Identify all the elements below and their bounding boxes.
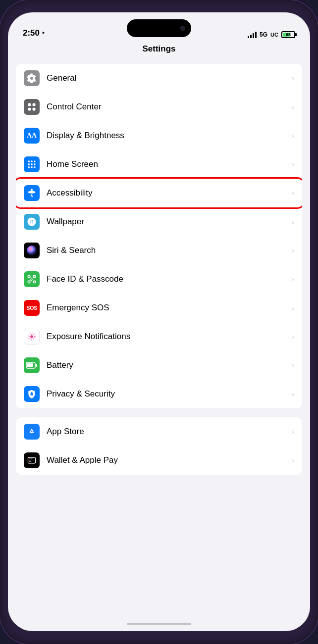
exposure-label: Exposure Notifications xyxy=(47,332,292,342)
svg-point-16 xyxy=(27,246,37,255)
settings-row-battery[interactable]: Battery › xyxy=(16,351,302,380)
faceid-icon xyxy=(24,271,40,287)
settings-row-sos[interactable]: SOS Emergency SOS › xyxy=(16,294,302,322)
settings-row-siri[interactable]: Siri & Search › xyxy=(16,236,302,265)
siri-icon xyxy=(24,243,40,258)
display-icon: AA xyxy=(24,128,40,144)
wallpaper-label: Wallpaper xyxy=(47,217,292,227)
svg-rect-10 xyxy=(28,166,30,168)
svg-rect-33 xyxy=(28,460,36,460)
privacy-chevron: › xyxy=(292,390,294,398)
appstore-icon xyxy=(24,424,40,440)
homescreen-chevron: › xyxy=(292,160,294,168)
svg-rect-12 xyxy=(34,166,35,168)
status-right: 5G UС 65 xyxy=(248,31,295,38)
signal-bar-2 xyxy=(250,35,252,38)
wallet-label: Wallet & Apple Pay xyxy=(47,455,292,465)
svg-rect-7 xyxy=(28,163,30,165)
sos-icon: SOS xyxy=(24,300,40,316)
sos-chevron: › xyxy=(292,304,294,312)
control-center-label: Control Center xyxy=(47,102,292,112)
general-icon xyxy=(24,70,40,86)
settings-row-exposure[interactable]: Exposure Notifications › xyxy=(16,322,302,351)
svg-rect-11 xyxy=(31,166,32,168)
faceid-chevron: › xyxy=(292,275,294,283)
battery-icon xyxy=(24,357,40,373)
svg-rect-29 xyxy=(36,364,37,367)
5g-uc-badge: UС xyxy=(270,32,278,38)
sos-label: Emergency SOS xyxy=(47,303,292,313)
settings-row-homescreen[interactable]: Home Screen › xyxy=(16,150,302,179)
appstore-label: App Store xyxy=(47,427,292,437)
homescreen-label: Home Screen xyxy=(47,159,292,169)
siri-label: Siri & Search xyxy=(47,246,292,255)
privacy-label: Privacy & Security xyxy=(47,389,292,399)
svg-rect-8 xyxy=(31,163,32,165)
wallpaper-chevron: › xyxy=(292,218,294,226)
dynamic-island xyxy=(127,19,191,37)
battery-percent: 65 xyxy=(286,32,291,37)
svg-rect-5 xyxy=(31,161,32,162)
svg-rect-28 xyxy=(27,363,33,367)
wallet-chevron: › xyxy=(292,456,294,464)
settings-row-display[interactable]: AA Display & Brightness › xyxy=(16,121,302,150)
location-arrow-icon: ‣ xyxy=(42,30,45,37)
svg-rect-2 xyxy=(28,108,31,111)
svg-rect-6 xyxy=(34,161,35,162)
homescreen-icon xyxy=(24,156,40,172)
settings-row-appstore[interactable]: App Store › xyxy=(16,417,302,446)
signal-bar-3 xyxy=(253,33,254,38)
svg-rect-21 xyxy=(28,281,30,283)
settings-row-general[interactable]: General › xyxy=(16,64,302,93)
display-label: Display & Brightness xyxy=(47,131,292,141)
settings-group-apps: App Store › Wallet & Apple Pa xyxy=(16,417,302,475)
phone-frame: 2:50 ‣ 5G UС 65 Settings xyxy=(0,0,318,644)
svg-point-24 xyxy=(30,335,33,338)
display-aa-text: AA xyxy=(27,132,37,140)
svg-rect-9 xyxy=(34,163,35,165)
settings-row-privacy[interactable]: Privacy & Security › xyxy=(16,380,302,408)
settings-row-wallpaper[interactable]: Wallpaper › xyxy=(16,207,302,236)
signal-bar-1 xyxy=(248,36,249,38)
battery-label: Battery xyxy=(47,360,292,370)
control-center-chevron: › xyxy=(292,103,294,111)
status-time: 2:50 ‣ xyxy=(23,28,45,38)
network-type: 5G xyxy=(260,31,267,38)
svg-rect-32 xyxy=(31,458,32,459)
general-chevron: › xyxy=(292,74,294,82)
time-display: 2:50 xyxy=(23,28,40,38)
svg-rect-4 xyxy=(28,161,30,162)
settings-row-wallet[interactable]: Wallet & Apple Pay › xyxy=(16,446,302,475)
control-center-icon xyxy=(24,99,40,115)
page-title-bar: Settings xyxy=(8,42,310,60)
faceid-label: Face ID & Passcode xyxy=(47,274,292,284)
signal-bar-4 xyxy=(255,32,257,38)
svg-rect-34 xyxy=(29,461,31,462)
wallpaper-icon xyxy=(24,214,40,230)
settings-content[interactable]: General › Control Center › xyxy=(8,60,310,631)
svg-rect-0 xyxy=(28,103,31,106)
wallet-icon xyxy=(24,452,40,468)
settings-row-faceid[interactable]: Face ID & Passcode › xyxy=(16,265,302,294)
display-chevron: › xyxy=(292,132,294,140)
front-camera xyxy=(180,26,185,31)
page-title: Settings xyxy=(142,44,175,53)
settings-row-control-center[interactable]: Control Center › xyxy=(16,93,302,121)
exposure-icon xyxy=(24,329,40,345)
svg-point-15 xyxy=(31,221,33,223)
accessibility-chevron: › xyxy=(292,189,294,197)
svg-rect-22 xyxy=(33,281,35,283)
general-label: General xyxy=(47,73,292,83)
svg-rect-3 xyxy=(33,108,36,111)
svg-rect-19 xyxy=(28,276,30,278)
exposure-chevron: › xyxy=(292,333,294,341)
siri-chevron: › xyxy=(292,247,294,254)
settings-row-accessibility[interactable]: Accessibility › xyxy=(16,179,302,207)
svg-rect-20 xyxy=(33,276,35,278)
signal-strength xyxy=(248,32,257,38)
svg-rect-31 xyxy=(29,458,30,459)
screen: 2:50 ‣ 5G UС 65 Settings xyxy=(8,12,310,631)
home-indicator[interactable] xyxy=(127,623,191,625)
accessibility-label: Accessibility xyxy=(47,188,292,198)
accessibility-icon xyxy=(24,185,40,201)
